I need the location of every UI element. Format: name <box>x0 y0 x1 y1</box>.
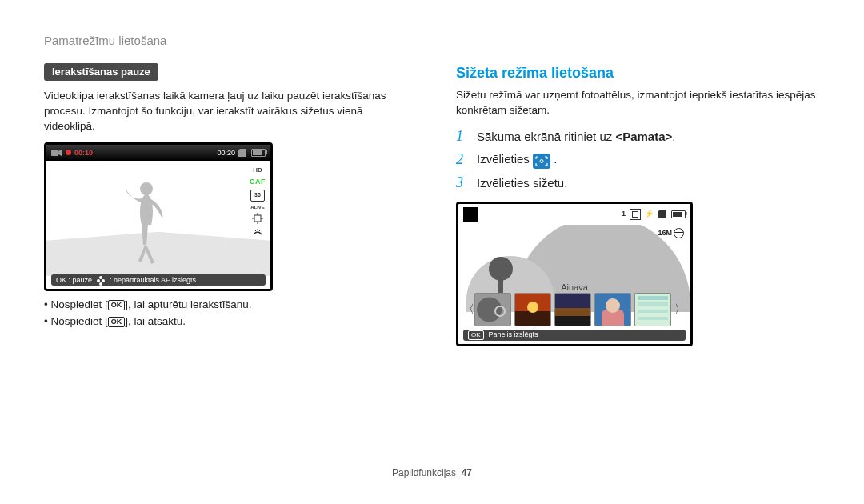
right-paragraph: Sižetu režīmā var uzņemt fotoattēlus, iz… <box>456 88 820 118</box>
lcd-top-row: 1 ⚡ <box>463 207 686 222</box>
svg-rect-2 <box>254 215 261 222</box>
step-1: 1 Sākuma ekrānā ritiniet uz <Pamata>. <box>456 126 820 146</box>
lcd-side-indicators: HD CAF 30 ALIVE <box>250 166 266 238</box>
camcorder-icon <box>51 149 62 157</box>
scene-mode-icon <box>533 154 550 169</box>
figure-skater-silhouette <box>122 181 170 269</box>
hd-indicator: HD <box>253 166 262 174</box>
fps-indicator: 30 <box>250 190 265 202</box>
macro-flower-icon <box>97 276 105 284</box>
left-column: Ierakstīšanas pauze Videoklipa ierakstīš… <box>44 63 408 346</box>
lcd-top-bar: 00:10 00:20 <box>46 145 270 161</box>
step-1-target: <Pamata> <box>615 130 672 143</box>
svg-point-1 <box>140 182 153 195</box>
ok-pause-hint: OK : pauze <box>56 275 92 286</box>
scene-thumbnail-strip: 〈 〉 <box>463 292 686 328</box>
caf-indicator: CAF <box>250 177 266 187</box>
scroll-left-arrow[interactable]: 〈 <box>463 302 471 318</box>
camera-lcd-scene: 1 ⚡ 16M Ainava <box>456 202 693 346</box>
alive-indicator: ALIVE <box>250 204 265 210</box>
scene-thumb-smart[interactable] <box>474 293 511 326</box>
ok-button-glyph: OK <box>108 317 126 327</box>
step-number: 2 <box>456 150 469 170</box>
shot-count: 1 <box>622 209 626 219</box>
scene-thumb-text[interactable] <box>634 293 671 326</box>
subsection-tag: Ierakstīšanas pauze <box>44 63 158 81</box>
focus-area-icon <box>630 209 641 220</box>
bullet-list: • Nospiediet [OK], lai apturētu ierakstī… <box>44 298 408 330</box>
scene-thumb-dawn[interactable] <box>554 293 591 326</box>
page-number: 47 <box>462 467 472 478</box>
mode-indicator <box>463 207 478 222</box>
sd-card-icon <box>238 149 248 157</box>
breadcrumb: Pamatrežīmu lietošana <box>44 32 820 49</box>
section-title: Sižeta režīma lietošana <box>456 63 820 83</box>
step-number: 1 <box>456 126 469 146</box>
footer-section: Papildfunkcijas <box>392 467 456 478</box>
scroll-right-arrow[interactable]: 〉 <box>674 302 682 318</box>
manual-page: Pamatrežīmu lietošana Ierakstīšanas pauz… <box>0 0 864 504</box>
svg-rect-0 <box>51 150 58 156</box>
step-2: 2 Izvēlieties . <box>456 150 820 170</box>
stabilizer-icon <box>252 213 263 224</box>
bullet-resume: • Nospiediet [OK], lai atsāktu. <box>44 314 408 330</box>
flash-off-icon: ⚡ <box>645 209 654 219</box>
ok-button-glyph: OK <box>108 300 126 310</box>
scene-thumb-portrait[interactable] <box>594 293 631 326</box>
elapsed-time: 00:10 <box>74 148 93 158</box>
ok-pill: OK <box>468 330 484 340</box>
battery-icon <box>251 149 266 157</box>
right-column: Sižeta režīma lietošana Sižetu režīmā va… <box>456 63 820 346</box>
step-list: 1 Sākuma ekrānā ritiniet uz <Pamata>. 2 … <box>456 126 820 194</box>
step-number: 3 <box>456 173 469 193</box>
page-footer: Papildfunkcijas 47 <box>0 466 864 480</box>
battery-icon <box>671 210 686 218</box>
record-dot-icon <box>66 150 71 155</box>
panel-off-hint: Panelis izslēgts <box>489 330 538 340</box>
wind-cut-icon <box>252 226 263 238</box>
step-3: 3 Izvēlieties sižetu. <box>456 173 820 193</box>
lcd-hint-bar: OK : pauze : nepārtrauktais AF izslēgts <box>51 274 266 286</box>
camera-lcd-recording: 00:10 00:20 <box>44 142 273 291</box>
sd-card-icon <box>658 210 667 218</box>
left-paragraph: Videoklipa ierakstīšanas laikā kamera ļa… <box>44 89 408 134</box>
total-time: 00:20 <box>217 148 235 158</box>
af-off-hint: : nepārtrauktais AF izslēgts <box>110 275 196 286</box>
two-column-layout: Ierakstīšanas pauze Videoklipa ierakstīš… <box>44 63 820 346</box>
bullet-pause: • Nospiediet [OK], lai apturētu ierakstī… <box>44 298 408 313</box>
svg-point-3 <box>540 160 543 163</box>
lcd-hint-bar: OK Panelis izslēgts <box>463 330 686 341</box>
scene-thumb-sunset[interactable] <box>514 293 551 326</box>
